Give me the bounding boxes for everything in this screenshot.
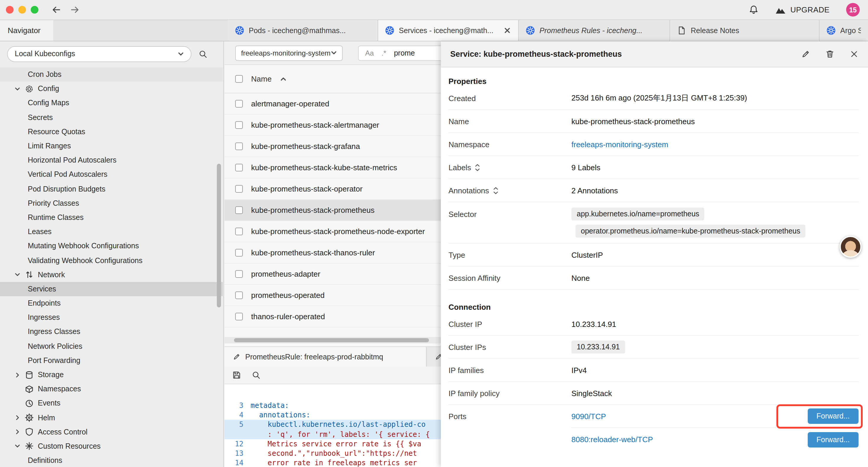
sidebar-item-config[interactable]: Config [0,82,223,96]
kubeconfig-selector[interactable]: Local Kubeconfigs [7,46,191,62]
expand-labels-icon[interactable] [475,164,481,171]
row-checkbox[interactable] [235,100,243,108]
sidebar-item-leases[interactable]: Leases [0,225,223,239]
tab-pods[interactable]: Pods - icecheng@mathmas... [228,20,378,41]
tab-services[interactable]: Services - icecheng@math... [378,20,519,41]
sidebar-item-horizontal-pod-autoscalers[interactable]: Horizontal Pod Autoscalers [0,153,223,167]
navigator-search-icon[interactable] [198,49,208,58]
expand-annotations-icon[interactable] [493,186,498,194]
sidebar-item-helm[interactable]: Helm [0,411,223,425]
service-detail-drawer: Service: kube-prometheus-stack-prometheu… [441,41,868,467]
delete-icon[interactable] [826,50,834,59]
forward-icon[interactable] [70,5,80,14]
search-value: prome [394,49,415,57]
sidebar-item-ingresses[interactable]: Ingresses [0,310,223,324]
sidebar-item-events[interactable]: Events [0,396,223,411]
row-checkbox[interactable] [235,291,243,299]
section-title-connection: Connection [448,303,859,312]
sidebar-item-definitions[interactable]: Definitions [0,454,223,467]
port-link-9090[interactable]: 9090/TCP [571,412,606,420]
zoom-window-button[interactable] [31,6,38,13]
row-checkbox[interactable] [235,249,243,257]
clock-icon [25,399,34,408]
sidebar-item-access-control[interactable]: Access Control [0,425,223,439]
sidebar-item-storage[interactable]: Storage [0,368,223,382]
avatar[interactable] [840,236,862,258]
kubernetes-icon [385,26,394,35]
match-case-toggle[interactable]: Aa [365,49,374,57]
search-icon[interactable] [252,371,260,380]
chevron-down-icon [14,443,21,449]
gear-icon [25,85,34,93]
notifications-bell-icon[interactable] [748,5,758,15]
selector-badge: operator.prometheus.io/name=kube-prometh… [576,225,806,238]
select-all-checkbox[interactable] [235,75,243,83]
sidebar-item-namespaces[interactable]: Namespaces [0,382,223,396]
tab-argo[interactable]: Argo Ser [819,20,868,41]
sidebar-item-resource-quotas[interactable]: Resource Quotas [0,125,223,139]
namespaces-icon [25,384,34,393]
sidebar-item-custom-resources[interactable]: Custom Resources [0,439,223,454]
sidebar-item-priority-classes[interactable]: Priority Classes [0,196,223,210]
namespace-filter-select[interactable]: freeleaps-monitoring-system [235,45,343,61]
row-checkbox[interactable] [235,313,243,320]
chevron-spacer [14,400,21,407]
notification-count-badge[interactable]: 15 [846,3,860,17]
chevron-right-icon [14,414,21,421]
minimize-window-button[interactable] [18,6,26,13]
sidebar-item-port-forwarding[interactable]: Port Forwarding [0,353,223,368]
sidebar-item-mutating-webhook-configurations[interactable]: Mutating Webhook Configurations [0,239,223,253]
regex-toggle[interactable]: .* [381,49,386,57]
row-checkbox[interactable] [235,143,243,150]
detail-row-cluster-ip: Cluster IP 10.233.14.91 [448,313,859,336]
tab-prometheus-rules[interactable]: Prometheus Rules - icecheng... [519,20,670,41]
save-icon[interactable] [232,371,241,380]
sidebar-item-network[interactable]: Network [0,267,223,282]
row-checkbox[interactable] [235,206,243,214]
sidebar-item-config-maps[interactable]: Config Maps [0,96,223,110]
forward-button[interactable]: Forward... [807,432,859,447]
close-tab-icon[interactable] [503,27,511,34]
horizontal-scrollbar[interactable] [234,338,429,342]
sidebar-item-cron-jobs[interactable]: Cron Jobs [0,67,223,82]
chevron-right-icon [14,372,21,378]
row-checkbox[interactable] [235,270,243,278]
chevron-right-icon [14,429,21,435]
detail-row-ports: Ports 9090/TCP Forward... 8080:reloader-… [448,405,859,451]
row-checkbox[interactable] [235,185,243,193]
column-header-name[interactable]: Name [251,75,272,83]
sidebar-item-ingress-classes[interactable]: Ingress Classes [0,325,223,339]
sort-asc-icon[interactable] [280,77,286,81]
close-drawer-icon[interactable] [850,50,859,59]
namespace-link[interactable]: freeleaps-monitoring-system [571,140,668,149]
detail-row-annotations: Annotations 2 Annotations [448,179,859,202]
close-window-button[interactable] [6,6,13,13]
back-icon[interactable] [52,5,61,14]
sidebar-scrollbar[interactable] [217,164,221,308]
sidebar-item-secrets[interactable]: Secrets [0,110,223,124]
history-nav [52,5,80,14]
row-checkbox[interactable] [235,228,243,235]
sidebar-item-limit-ranges[interactable]: Limit Ranges [0,139,223,153]
custom-resources-icon [25,442,34,451]
sidebar-item-endpoints[interactable]: Endpoints [0,296,223,310]
forward-button[interactable]: Forward... [807,408,859,424]
chevron-down-icon [14,271,21,278]
editor-tab-prometheusrule[interactable]: PrometheusRule: freeleaps-prod-rabbitmq [224,347,427,367]
tab-bar: Navigator Pods - icecheng@mathmas... Ser… [0,20,868,41]
edit-icon[interactable] [801,50,810,59]
sidebar-item-network-policies[interactable]: Network Policies [0,339,223,353]
sidebar-item-pod-disruption-budgets[interactable]: Pod Disruption Budgets [0,182,223,196]
row-checkbox[interactable] [235,164,243,171]
navigator-tree: Cron Jobs Config Config Maps Secrets Res… [0,67,223,467]
sidebar-item-runtime-classes[interactable]: Runtime Classes [0,210,223,225]
sidebar-item-vertical-pod-autoscalers[interactable]: Vertical Pod Autoscalers [0,168,223,182]
port-link-8080-reloader-web[interactable]: 8080:reloader-web/TCP [571,435,653,444]
sidebar-item-services[interactable]: Services [0,282,223,296]
sidebar-item-validating-webhook-configurations[interactable]: Validating Webhook Configurations [0,253,223,267]
port-row: 9090/TCP Forward... [571,405,859,428]
tab-release-notes[interactable]: Release Notes [670,20,819,41]
tab-label: Release Notes [691,26,739,35]
row-checkbox[interactable] [235,121,243,129]
upgrade-button[interactable]: UPGRADE [775,5,830,14]
